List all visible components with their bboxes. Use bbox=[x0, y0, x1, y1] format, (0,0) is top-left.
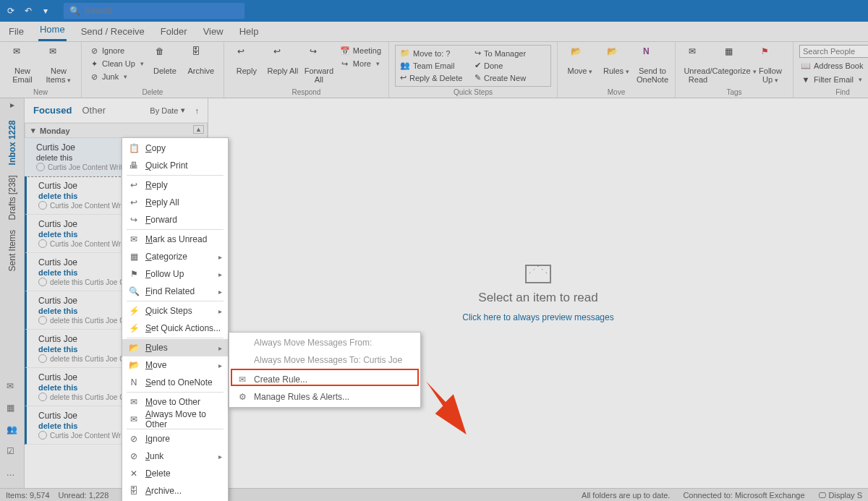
ribbon-tabs: File Home Send / Receive Folder View Hel… bbox=[0, 22, 868, 42]
menu-icon: 🗄 bbox=[128, 486, 140, 496]
status-display-settings[interactable]: 🖵Display S bbox=[818, 491, 862, 500]
menu-item-forward[interactable]: ↪Forward bbox=[122, 211, 228, 228]
focused-tab[interactable]: Focused bbox=[33, 105, 72, 116]
nav-drafts[interactable]: Drafts [238] bbox=[6, 172, 19, 223]
calendar-nav-icon[interactable]: ▦ bbox=[7, 403, 18, 414]
submenu-arrow-icon bbox=[218, 270, 222, 278]
nav-inbox[interactable]: Inbox 1228 bbox=[6, 117, 19, 168]
submenu-item-always-move-messages-from[interactable]: Always Move Messages From: bbox=[229, 334, 420, 351]
envelope-icon bbox=[525, 265, 551, 283]
other-tab[interactable]: Other bbox=[82, 105, 106, 116]
submenu-icon: ✉ bbox=[237, 374, 248, 385]
unread-read-button[interactable]: ✉Unread/ Read bbox=[681, 45, 715, 85]
tab-folder[interactable]: Folder bbox=[159, 23, 189, 41]
menu-item-junk[interactable]: ⊘Junk bbox=[122, 448, 228, 465]
menu-item-reply[interactable]: ↩Reply bbox=[122, 176, 228, 194]
delete-button[interactable]: 🗑Delete bbox=[148, 45, 182, 77]
menu-label: Reply All bbox=[145, 197, 222, 207]
ignore-button[interactable]: ⊘Ignore bbox=[88, 45, 145, 56]
ribbon-group-delete: ⊘Ignore ✦Clean Up ⊘Junk 🗑Delete 🗄Archive… bbox=[82, 42, 224, 98]
filter-email-button[interactable]: ▼Filter Email bbox=[799, 74, 868, 85]
submenu-item-manage-rules-alerts[interactable]: ⚙Manage Rules & Alerts... bbox=[229, 388, 420, 406]
categorize-button[interactable]: ▦Categorize bbox=[718, 45, 751, 77]
ribbon-group-find: 📖Address Book ▼Filter Email Find bbox=[793, 42, 868, 98]
menu-label: Reply bbox=[145, 180, 222, 190]
reply-all-button[interactable]: ↩Reply All bbox=[266, 45, 299, 77]
tab-home[interactable]: Home bbox=[38, 21, 67, 41]
tab-help[interactable]: Help bbox=[238, 23, 260, 41]
quickstep-to-manager[interactable]: ↪To Manager bbox=[473, 47, 548, 59]
quick-access-dropdown[interactable]: ▾ bbox=[39, 4, 52, 17]
quickstep-create-new[interactable]: ✎Create New bbox=[473, 72, 548, 84]
menu-item-set-quick-actions[interactable]: ⚡Set Quick Actions... bbox=[122, 320, 228, 337]
address-book-button[interactable]: 📖Address Book bbox=[799, 60, 868, 72]
menu-item-find-related[interactable]: 🔍Find Related bbox=[122, 283, 228, 300]
message-group-header[interactable]: ▾ Monday ▲ bbox=[25, 123, 208, 138]
menu-item-ignore[interactable]: ⊘Ignore bbox=[122, 430, 228, 448]
flag-icon: ⚑ bbox=[761, 46, 780, 65]
menu-item-always-move-to-other[interactable]: ✉Always Move to Other bbox=[122, 411, 228, 428]
nav-sent-items[interactable]: Sent Items bbox=[6, 227, 19, 274]
quickstep-reply-delete[interactable]: ↩Reply & Delete bbox=[399, 72, 473, 84]
rules-submenu: Always Move Messages From:Always Move Me… bbox=[229, 332, 421, 408]
people-nav-icon[interactable]: 👥 bbox=[7, 424, 18, 436]
menu-item-move[interactable]: 📂Move bbox=[122, 356, 228, 374]
menu-label: Send to OneNote bbox=[145, 377, 222, 387]
sort-by-date[interactable]: By Date ▾ bbox=[150, 106, 184, 115]
quickstep-team-email[interactable]: 👥Team Email bbox=[399, 59, 473, 72]
submenu-item-always-move-messages-to-curtis-joe[interactable]: Always Move Messages To: Curtis Joe bbox=[229, 351, 420, 369]
quickstep-move-to[interactable]: 📁Move to: ? bbox=[399, 47, 473, 59]
always-preview-link[interactable]: Click here to always preview messages bbox=[462, 312, 613, 322]
move-button[interactable]: 📂Move bbox=[563, 45, 597, 77]
search-input[interactable] bbox=[85, 6, 239, 16]
menu-item-copy[interactable]: 📋Copy bbox=[122, 140, 228, 157]
menu-item-categorize[interactable]: ▦Categorize bbox=[122, 248, 228, 265]
menu-item-quick-steps[interactable]: ⚡Quick Steps bbox=[122, 302, 228, 320]
follow-up-button[interactable]: ⚑Follow Up bbox=[754, 45, 787, 86]
tasks-nav-icon[interactable]: ☑ bbox=[7, 446, 18, 458]
avatar-icon bbox=[36, 163, 45, 171]
menu-item-follow-up[interactable]: ⚑Follow Up bbox=[122, 265, 228, 283]
archive-icon: 🗄 bbox=[192, 46, 210, 65]
send-onenote-button[interactable]: NSend to OneNote bbox=[636, 45, 669, 85]
submenu-item-create-rule[interactable]: ✉Create Rule... bbox=[229, 371, 420, 388]
menu-item-reply-all[interactable]: ↩Reply All bbox=[122, 194, 228, 211]
menu-item-mark-as-unread[interactable]: ✉Mark as Unread bbox=[122, 231, 228, 248]
menu-item-archive[interactable]: 🗄Archive... bbox=[122, 482, 228, 500]
clean-up-button[interactable]: ✦Clean Up bbox=[88, 58, 145, 69]
new-items-button[interactable]: ✉New Items bbox=[42, 45, 75, 86]
sort-direction[interactable]: ↑ bbox=[195, 106, 200, 115]
search-box[interactable]: 🔍 bbox=[64, 3, 244, 19]
undo-icon[interactable]: ↶ bbox=[22, 4, 35, 17]
more-respond-button[interactable]: ↪More bbox=[339, 58, 383, 69]
menu-label: Follow Up bbox=[145, 269, 213, 279]
quickstep-done[interactable]: ✔Done bbox=[473, 59, 548, 72]
menu-item-quick-print[interactable]: 🖶Quick Print bbox=[122, 157, 228, 174]
junk-button[interactable]: ⊘Junk bbox=[88, 71, 145, 82]
status-connected: Connected to: Microsoft Exchange bbox=[683, 491, 804, 500]
new-email-button[interactable]: ✉New Email bbox=[6, 45, 39, 85]
menu-icon: 📋 bbox=[128, 143, 140, 153]
mail-nav-icon[interactable]: ✉ bbox=[7, 381, 18, 393]
tab-file[interactable]: File bbox=[7, 23, 25, 41]
meeting-button[interactable]: 📅Meeting bbox=[339, 45, 383, 56]
refresh-icon[interactable]: ⟳ bbox=[4, 4, 17, 17]
nav-rail: ▸ Sent Items Drafts [238] Inbox 1228 ✉ ▦… bbox=[0, 98, 25, 488]
more-nav-icon[interactable]: … bbox=[7, 468, 18, 479]
search-people-input[interactable] bbox=[799, 45, 868, 58]
menu-item-move-to-other[interactable]: ✉Move to Other bbox=[122, 393, 228, 411]
expand-nav-button[interactable]: ▸ bbox=[0, 98, 24, 111]
quick-steps-gallery[interactable]: 📁Move to: ? ↪To Manager 👥Team Email ✔Don… bbox=[395, 45, 551, 87]
tab-view[interactable]: View bbox=[202, 23, 225, 41]
menu-item-rules[interactable]: 📂Rules bbox=[122, 339, 228, 356]
forward-button[interactable]: ↪Forward All bbox=[302, 45, 336, 85]
tab-send-receive[interactable]: Send / Receive bbox=[80, 23, 146, 41]
menu-item-send-to-onenote[interactable]: NSend to OneNote bbox=[122, 374, 228, 391]
archive-button[interactable]: 🗄Archive bbox=[184, 45, 218, 77]
rules-button[interactable]: 📂Rules bbox=[600, 45, 633, 77]
title-bar: ⟳ ↶ ▾ 🔍 bbox=[0, 0, 868, 22]
reply-button[interactable]: ↩Reply bbox=[230, 45, 263, 77]
group-label-move: Move bbox=[563, 87, 669, 96]
menu-item-delete[interactable]: ✕Delete bbox=[122, 465, 228, 482]
group-scroll-icon[interactable]: ▲ bbox=[193, 125, 204, 134]
